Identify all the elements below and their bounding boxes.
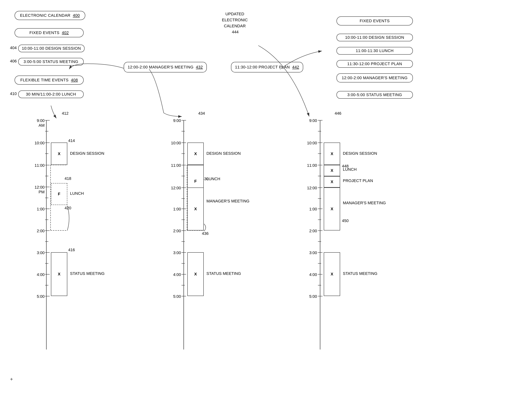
cal1-dash-12	[45, 187, 50, 187]
cal1-time-12: 12:00PM	[20, 185, 44, 194]
cal3-dash-1	[318, 209, 323, 209]
managers-meeting-box: 12:00-2:00 MANAGER'S MEETING 432	[124, 62, 207, 73]
cal1-status-meeting-block: X	[51, 252, 67, 296]
cal2-time-3: 3:00	[160, 251, 181, 255]
cal3-dash-5	[318, 296, 323, 296]
cal3-subdash-1	[318, 220, 321, 220]
cal3-time-9: 9:00	[296, 118, 317, 123]
cal2-subdash-9	[182, 131, 185, 131]
cal1-dash-2	[45, 231, 50, 231]
cal3-dash-9	[318, 120, 323, 121]
pp-text: 11:30-12:00 PROJECT PLAN	[235, 65, 290, 69]
mm-ref: 432	[196, 65, 203, 69]
cal2-subdash-3	[182, 263, 185, 264]
cal2-subdash-10	[182, 153, 185, 154]
cal2-dash-12	[182, 187, 186, 188]
cal1-time-10: 10:00	[24, 141, 44, 145]
pp-ref: 442	[292, 65, 299, 69]
cal2-ds-label: DESIGN SESSION	[206, 151, 241, 156]
updated-ref: 444	[232, 29, 239, 35]
ds1-label: 10:00-11:00 DESIGN SESSION	[22, 46, 81, 51]
cal3-ds-label: DESIGN SESSION	[343, 151, 377, 156]
cal2-design-session-block: X	[187, 142, 204, 165]
tr-pp-label: 11:30-12:00 PROJECT PLAN	[347, 62, 402, 66]
fe-ref: 402	[62, 30, 69, 35]
cal2-dash-4	[182, 274, 186, 275]
cal3-dash-2	[318, 231, 323, 231]
ref-450: 450	[342, 218, 349, 223]
cal1-ref: 412	[62, 111, 68, 116]
cal1-dash-9	[45, 120, 50, 121]
tr-design-session-pill: 10:00-11:00 DESIGN SESSION	[336, 34, 413, 41]
cal2-time-4: 4:00	[160, 272, 181, 277]
lf-label: 30 MIN/11:00-2:00 LUNCH	[26, 92, 76, 97]
cal2-status-meeting-block: X	[187, 252, 204, 296]
ft-label: FLEXIBLE TIME EVENTS	[20, 78, 68, 82]
tr-fixed-events-pill: FIXED EVENTS	[336, 16, 413, 25]
cal3-time-3: 3:00	[296, 251, 317, 255]
ref-418: 418	[65, 176, 71, 181]
cal3-project-plan-block: X	[324, 176, 340, 187]
cal2-sm-label: STATUS MEETING	[206, 271, 241, 276]
cal1-dash-1	[45, 209, 50, 209]
cal3-dash-12	[318, 187, 323, 188]
cal3-status-meeting-block: X	[324, 252, 340, 296]
cal2-time-10: 10:00	[160, 141, 181, 145]
tr-lunch-label: 11:00-11:30 LUNCH	[356, 49, 394, 53]
diagram-container: ELECTRONIC CALENDAR 400 FIXED EVENTS 402…	[0, 0, 532, 393]
tr-status-meeting-pill: 3:00-5:00 STATUS MEETING	[336, 91, 413, 99]
cal1-subdash-3	[45, 263, 48, 264]
updated-text-2: ELECTRONIC	[222, 17, 248, 23]
cal1-subdash-10	[45, 153, 48, 154]
cal2-managers-meeting-block: X	[187, 187, 204, 231]
cal3-subdash-10	[318, 153, 321, 154]
cal1-subdash-12	[45, 198, 48, 198]
tr-managers-meeting-pill: 12:00-2:00 MANAGER'S MEETING	[336, 73, 413, 83]
cal3-subdash-4	[318, 285, 321, 285]
ref-420: 420	[65, 206, 71, 211]
cal3-ref: 446	[335, 111, 341, 116]
cal3-pp-label: PROJECT PLAN	[343, 178, 373, 183]
updated-text-3: CALENDAR	[222, 23, 248, 29]
status-meeting-1-pill: 3:00-5:00 STATUS MEETING	[18, 58, 84, 65]
ref-414: 414	[68, 138, 75, 143]
cal3-time-11: 11:00	[296, 163, 317, 168]
fixed-events-pill: FIXED EVENTS 402	[15, 28, 84, 37]
cal1-time-5: 5:00	[24, 294, 44, 299]
electronic-calendar-pill: ELECTRONIC CALENDAR 400	[15, 11, 85, 20]
cal3-subdash-9	[318, 131, 321, 131]
tr-fe-label: FIXED EVENTS	[360, 19, 390, 23]
ref-436: 436	[202, 231, 209, 236]
cal3-lunch-label: LUNCH	[343, 167, 357, 172]
cal1-time-2: 2:00	[24, 229, 44, 233]
cal2-time-1: 1:00	[160, 207, 181, 211]
cal1-subdash-4	[45, 285, 48, 285]
plus-sign: +	[10, 376, 13, 382]
cal3-time-4: 4:00	[296, 272, 317, 277]
cal3-subdash-11	[318, 176, 321, 176]
cal1-time-1: 1:00	[24, 207, 44, 211]
cal3-dash-4	[318, 274, 323, 275]
cal3-managers-meeting-block: X	[324, 187, 340, 231]
cal3-time-10: 10:00	[296, 141, 317, 145]
cal1-lunch-label: LUNCH	[70, 191, 84, 196]
cal1-subdash-1	[45, 220, 48, 220]
updated-calendar-label: UPDATED ELECTRONIC CALENDAR 444	[222, 11, 248, 35]
tr-mm-label: 12:00-2:00 MANAGER'S MEETING	[342, 76, 408, 80]
sm1-label: 3:00-5:00 STATUS MEETING	[24, 59, 78, 64]
ref-406: 406	[10, 59, 17, 64]
cal3-dash-11	[318, 165, 323, 165]
cal2-subdash-12	[182, 198, 185, 199]
cal1-subdash-9	[45, 131, 48, 131]
cal1-dash-10	[45, 142, 50, 143]
cal2-subdash-4	[182, 285, 185, 285]
cal2-dash-5	[182, 296, 186, 296]
cal3-sm-label: STATUS MEETING	[343, 271, 377, 276]
cal2-ref: 434	[198, 111, 205, 116]
cal2-subdash-1	[182, 220, 185, 220]
design-session-1-pill: 10:00-11:00 DESIGN SESSION	[18, 44, 85, 52]
lunch-flex-pill: 30 MIN/11:00-2:00 LUNCH	[18, 90, 84, 98]
cal2-dash-10	[182, 142, 186, 143]
cal1-subdash-11	[45, 176, 48, 176]
cal2-time-2: 2:00	[160, 229, 181, 233]
